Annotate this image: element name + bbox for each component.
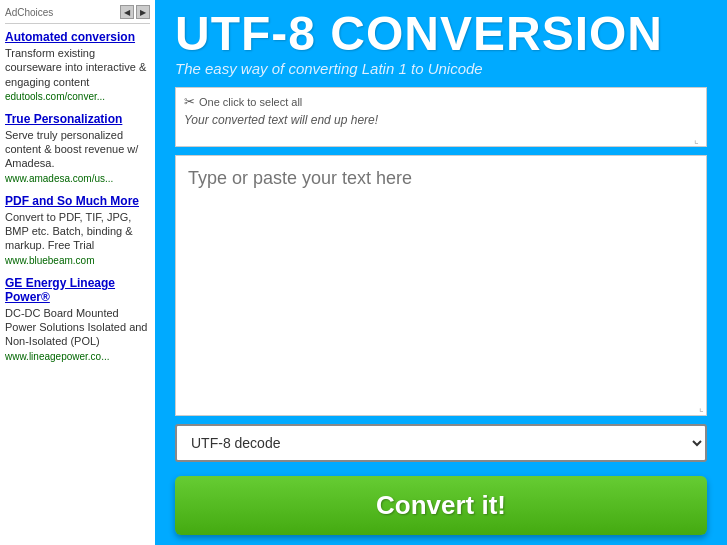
ad-nav-buttons[interactable]: ◀ ▶ [120, 5, 150, 19]
select-all-label: One click to select all [199, 96, 302, 108]
sidebar-ad-4-body: DC-DC Board Mounted Power Solutions Isol… [5, 307, 147, 348]
ad-prev-button[interactable]: ◀ [120, 5, 134, 19]
adchoices-label: AdChoices [5, 7, 53, 18]
page-subtitle: The easy way of converting Latin 1 to Un… [175, 60, 707, 77]
sidebar-ad-4-url: www.lineagepower.co... [5, 351, 150, 362]
sidebar-ad-4: GE Energy Lineage Power® DC-DC Board Mou… [5, 276, 150, 362]
page-title: UTF-8 CONVERSION [175, 10, 707, 58]
sidebar-ad-3-body: Convert to PDF, TIF, JPG, BMP etc. Batch… [5, 211, 133, 252]
input-textarea[interactable] [176, 156, 706, 415]
sidebar-ad-3-url: www.bluebeam.com [5, 255, 150, 266]
adchoices-bar: AdChoices ◀ ▶ [5, 5, 150, 24]
sidebar-ad-1-title[interactable]: Automated conversion [5, 30, 150, 44]
sidebar-ad-3-title[interactable]: PDF and So Much More [5, 194, 150, 208]
convert-button[interactable]: Convert it! [175, 476, 707, 535]
sidebar-ad-4-title[interactable]: GE Energy Lineage Power® [5, 276, 150, 304]
output-placeholder: Your converted text will end up here! [184, 113, 698, 127]
sidebar-ad-2: True Personalization Serve truly persona… [5, 112, 150, 184]
controls-row: UTF-8 decode UTF-8 encode Latin-1 to UTF… [175, 424, 707, 462]
output-container: ✂ One click to select all Your converted… [175, 87, 707, 147]
bottom-controls: UTF-8 decode UTF-8 encode Latin-1 to UTF… [175, 424, 707, 535]
sidebar-ad-1: Automated conversion Transform existing … [5, 30, 150, 102]
select-all-row[interactable]: ✂ One click to select all [184, 94, 698, 109]
output-resize-handle[interactable]: ⌞ [694, 134, 704, 144]
ad-next-button[interactable]: ▶ [136, 5, 150, 19]
sidebar-ad-2-body: Serve truly personalized content & boost… [5, 129, 138, 170]
sidebar-ad-1-body: Transform existing courseware into inter… [5, 47, 146, 88]
sidebar-ad-2-url: www.amadesa.com/us... [5, 173, 150, 184]
decode-select[interactable]: UTF-8 decode UTF-8 encode Latin-1 to UTF… [175, 424, 707, 462]
sidebar-ad-2-title[interactable]: True Personalization [5, 112, 150, 126]
scissors-icon: ✂ [184, 94, 195, 109]
main-content: UTF-8 CONVERSION The easy way of convert… [155, 0, 727, 545]
sidebar-ad-3: PDF and So Much More Convert to PDF, TIF… [5, 194, 150, 266]
sidebar-ad-1-url: edutools.com/conver... [5, 91, 150, 102]
input-container[interactable]: ⌞ [175, 155, 707, 416]
sidebar: AdChoices ◀ ▶ Automated conversion Trans… [0, 0, 155, 545]
